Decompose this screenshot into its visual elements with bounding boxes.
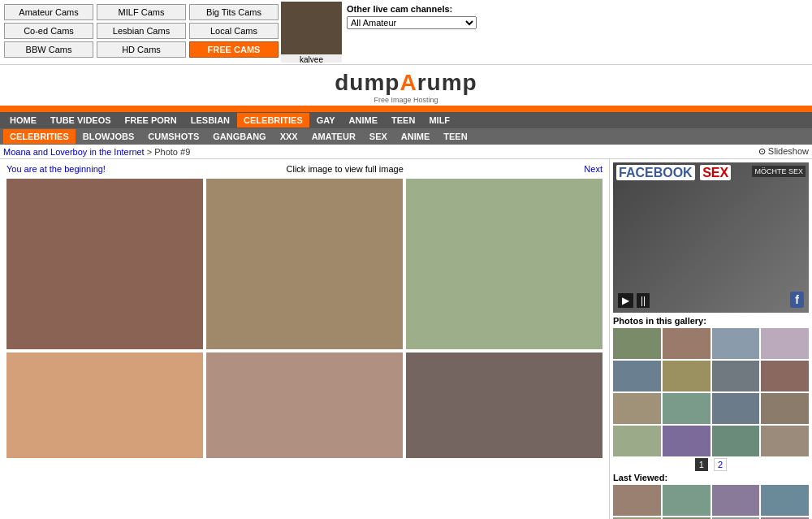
logo-subtitle: Free Image Hosting (0, 96, 812, 104)
fb-text: FACEBOOK (616, 165, 695, 180)
facebook-icon[interactable]: f (790, 292, 804, 308)
breadcrumb-bar: Moana and Loverboy in the Internet > Pho… (0, 145, 812, 159)
nav-sex[interactable]: SEX (363, 129, 394, 144)
breadcrumb-link[interactable]: Moana and Loverboy in the Internet (3, 147, 145, 157)
nav-home[interactable]: HOME (3, 113, 43, 128)
lv-thumb-4[interactable] (761, 485, 809, 516)
logo-after: rump (417, 70, 477, 95)
pause-button[interactable]: || (637, 293, 650, 308)
nav-tube-videos[interactable]: TUBE VIDEOS (44, 113, 118, 128)
nav-gay[interactable]: GAY (310, 113, 342, 128)
nav-teen[interactable]: TEEN (385, 113, 421, 128)
nav-celebrities-top[interactable]: CELEBRITIES (237, 113, 309, 128)
cam-buttons-section: Amateur Cams MILF Cams Big Tits Cams Co-… (2, 2, 281, 63)
gallery-thumb-1[interactable] (613, 328, 661, 359)
photo-grid (3, 175, 606, 461)
gallery-title: Photos in this gallery: (613, 316, 809, 326)
nav-celebrities-bottom[interactable]: CELEBRITIES (3, 129, 76, 144)
page-navigation: You are at the beginning! Click image to… (3, 162, 606, 175)
lv-thumb-3[interactable] (712, 485, 760, 516)
page-1-link[interactable]: 1 (695, 458, 708, 471)
gallery-thumb-4[interactable] (761, 328, 809, 359)
other-channels-title: Other live cam channels: (347, 4, 806, 14)
gallery-thumb-11[interactable] (712, 393, 760, 424)
photo-5[interactable] (206, 352, 403, 458)
top-cam-bar: Amateur Cams MILF Cams Big Tits Cams Co-… (0, 0, 812, 65)
breadcrumb-separator: > (145, 147, 155, 157)
logo-before: dump (335, 70, 400, 95)
nav-amateur[interactable]: AMATEUR (305, 129, 362, 144)
nav-free-porn[interactable]: FREE PORN (119, 113, 184, 128)
amateur-cams-btn[interactable]: Amateur Cams (4, 4, 93, 20)
gallery-thumb-6[interactable] (663, 361, 710, 391)
nav-cumshots[interactable]: CUMSHOTS (141, 129, 205, 144)
click-hint: Click image to view full image (287, 164, 404, 174)
nav-lesbian[interactable]: LESBIAN (184, 113, 236, 128)
nav-xxx[interactable]: XXX (274, 129, 304, 144)
gallery-thumb-12[interactable] (761, 393, 809, 424)
gallery-thumb-13[interactable] (613, 426, 661, 456)
gallery-thumb-10[interactable] (663, 393, 710, 424)
logo-area: dumpArump Free Image Hosting (0, 65, 812, 107)
gallery-thumb-16[interactable] (761, 426, 809, 456)
gallery-thumbs (613, 328, 809, 456)
photo-3[interactable] (406, 179, 603, 349)
logo-a: A (400, 70, 417, 95)
nav-teen-bottom[interactable]: TEEN (437, 129, 473, 144)
big-tits-cams-btn[interactable]: Big Tits Cams (189, 4, 279, 20)
nav-bar-top: HOME TUBE VIDEOS FREE PORN LESBIAN CELEB… (0, 112, 812, 128)
nav-milf[interactable]: MILF (422, 113, 456, 128)
gallery-thumb-15[interactable] (712, 426, 760, 456)
last-viewed-title: Last Viewed: (613, 473, 809, 482)
beginning-link[interactable]: You are at the beginning! (6, 164, 106, 174)
gallery-thumb-2[interactable] (663, 328, 710, 359)
nav-anime[interactable]: ANIME (343, 113, 384, 128)
nav-bar-bottom: CELEBRITIES BLOWJOBS CUMSHOTS GANGBANG X… (0, 128, 812, 145)
gallery-thumb-7[interactable] (712, 361, 760, 391)
content-wrapper: You are at the beginning! Click image to… (0, 159, 812, 519)
breadcrumb: Moana and Loverboy in the Internet > Pho… (3, 147, 190, 157)
logo: dumpArump (0, 70, 812, 96)
fb-video-box: FACEBOOK SEX MÖCHTE SEX ▶ || f (613, 162, 809, 313)
photo-2[interactable] (206, 179, 403, 349)
cam-preview[interactable]: kalyee (281, 2, 342, 63)
page-2-link[interactable]: 2 (714, 458, 727, 471)
main-content: You are at the beginning! Click image to… (0, 159, 609, 519)
channel-dropdown[interactable]: All Amateur Asian Ebony Gay (347, 16, 477, 29)
milf-cams-btn[interactable]: MILF Cams (97, 4, 186, 20)
photo-1[interactable] (6, 179, 203, 349)
bbw-cams-btn[interactable]: BBW Cams (4, 41, 93, 58)
coed-cams-btn[interactable]: Co-ed Cams (4, 23, 93, 39)
gallery-thumb-9[interactable] (613, 393, 661, 424)
free-cams-btn[interactable]: FREE CAMS (189, 41, 279, 58)
slideshow-icon: ⊙ (758, 146, 766, 156)
gallery-thumb-3[interactable] (712, 328, 760, 359)
gallery-thumb-8[interactable] (761, 361, 809, 391)
sex-text: SEX (700, 165, 731, 180)
cam-preview-label: kalyee (281, 54, 342, 63)
nav-anime-bottom[interactable]: ANIME (395, 129, 436, 144)
cam-row-1: Amateur Cams MILF Cams Big Tits Cams (4, 4, 279, 20)
fb-label: FACEBOOK SEX (616, 166, 731, 180)
lv-thumb-1[interactable] (613, 485, 661, 516)
slideshow-link[interactable]: ⊙ Slideshow (758, 146, 809, 157)
gallery-thumb-14[interactable] (663, 426, 710, 456)
channel-select[interactable]: All Amateur Asian Ebony Gay (347, 16, 477, 29)
next-link[interactable]: Next (584, 164, 603, 174)
sidebar: FACEBOOK SEX MÖCHTE SEX ▶ || f Photos in… (609, 159, 812, 519)
photo-6[interactable] (406, 352, 603, 458)
video-controls: ▶ || (618, 293, 650, 308)
cam-row-3: BBW Cams HD Cams FREE CAMS (4, 41, 279, 58)
breadcrumb-current: Photo #9 (154, 147, 190, 157)
lv-thumb-2[interactable] (663, 485, 710, 516)
gallery-thumb-5[interactable] (613, 361, 661, 391)
nav-gangbang[interactable]: GANGBANG (206, 129, 272, 144)
nav-blowjobs[interactable]: BLOWJOBS (76, 129, 141, 144)
play-button[interactable]: ▶ (618, 293, 633, 308)
photo-4[interactable] (6, 352, 203, 458)
slideshow-button[interactable]: Slideshow (768, 146, 809, 156)
local-cams-btn[interactable]: Local Cams (189, 23, 279, 39)
hd-cams-btn[interactable]: HD Cams (97, 41, 186, 58)
page-numbers: 1 2 (613, 460, 809, 469)
lesbian-cams-btn[interactable]: Lesbian Cams (97, 23, 186, 39)
